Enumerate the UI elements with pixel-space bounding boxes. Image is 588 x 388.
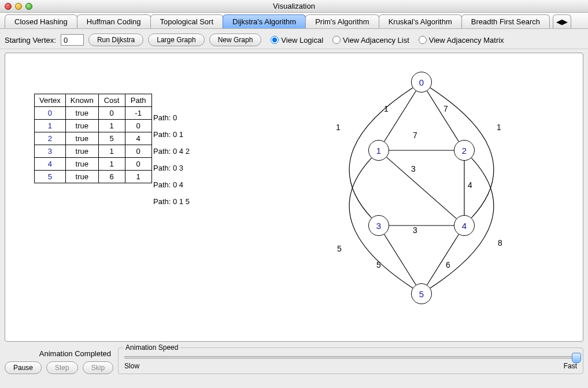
edge-weight: 1 [336,123,341,132]
graph-node-0: 0 [411,72,432,93]
tab-overflow-button[interactable]: ◀▶ [553,14,571,28]
svg-line-6 [384,234,416,285]
cell-known: true [65,158,98,171]
speed-slider[interactable] [124,356,577,359]
col-path: Path [125,94,151,107]
results-table-container: Vertex Known Cost Path 0true0-11true102t… [34,94,152,183]
cell-cost: 5 [98,132,125,145]
view-adjacency-list-input[interactable] [332,36,341,44]
tab-breadth-first-search[interactable]: Breadth First Search [461,14,550,28]
cell-known: true [65,132,98,145]
svg-line-0 [384,91,416,142]
path-text: Path: 0 4 2 [153,143,190,160]
cell-known: true [65,145,98,158]
path-text: Path: 0 1 5 [153,193,190,210]
edge-weight: 5 [337,244,342,253]
svg-line-3 [387,157,457,219]
graph-edges [283,59,583,337]
tab-closed-hashing[interactable]: Closed Hashing [5,14,77,28]
graph-node-4: 4 [454,215,475,236]
edge-weight: 7 [443,104,448,113]
cell-cost: 1 [98,158,125,171]
animation-speed-group: Animation Speed Slow Fast [118,348,583,374]
cell-cost: 0 [98,107,125,120]
table-row: 3true10 [35,145,152,158]
step-button[interactable]: Step [46,361,78,374]
cell-vertex: 1 [35,120,66,132]
cell-path: 0 [125,158,151,171]
view-adjacency-matrix-label: View Adjacency Matrix [429,36,504,45]
path-text: Path: 0 4 [153,176,190,193]
close-icon[interactable] [5,3,12,10]
pause-button[interactable]: Pause [5,361,42,374]
cell-known: true [65,107,98,120]
starting-vertex-label: Starting Vertex: [5,36,56,45]
starting-vertex-input[interactable] [61,34,84,46]
graph-node-1: 1 [368,140,389,161]
graph-diagram: 177343561158012345 [283,59,583,337]
view-logical-radio[interactable]: View Logical [271,36,323,45]
table-row: 4true10 [35,158,152,171]
edge-weight: 5 [376,260,381,269]
cell-path: 1 [125,171,151,183]
edge-weight: 3 [411,164,416,173]
edge-weight: 7 [413,131,417,140]
animation-speed-title: Animation Speed [123,343,180,352]
view-adjacency-list-label: View Adjacency List [343,36,409,45]
cell-cost: 6 [98,171,125,183]
window-title: Visualization [0,2,588,10]
cell-path: 0 [125,120,151,132]
large-graph-button[interactable]: Large Graph [148,34,204,46]
footer-bar: Animation Completed Pause Step Skip Anim… [0,345,588,380]
tab-dijkstra-s-algorithm[interactable]: Dijkstra's Algorithm [223,14,306,28]
cell-path: 4 [125,132,151,145]
cell-vertex: 4 [35,158,66,171]
table-row: 2true54 [35,132,152,145]
tab-bar: Closed HashingHuffman CodingTopological … [0,13,588,29]
new-graph-button[interactable]: New Graph [209,34,262,46]
cell-vertex: 0 [35,107,66,120]
view-adjacency-matrix-radio[interactable]: View Adjacency Matrix [419,36,504,45]
cell-path: 0 [125,145,151,158]
view-adjacency-matrix-input[interactable] [419,36,427,44]
edge-weight: 8 [498,238,502,247]
skip-button[interactable]: Skip [83,361,113,374]
cell-cost: 1 [98,145,125,158]
edge-weight: 1 [497,123,501,132]
tab-topological-sort[interactable]: Topological Sort [150,14,224,28]
cell-vertex: 2 [35,132,66,145]
window-titlebar: Visualization [0,0,588,13]
col-vertex: Vertex [35,94,66,107]
run-dijkstra-button[interactable]: Run Dijkstra [88,34,143,46]
table-row: 5true61 [35,171,152,183]
cell-cost: 1 [98,120,125,132]
cell-known: true [65,120,98,132]
tab-prim-s-algorithm[interactable]: Prim's Algorithm [305,14,379,28]
svg-line-7 [427,234,459,285]
minimize-icon[interactable] [15,3,22,10]
svg-line-1 [427,91,459,142]
cell-path: -1 [125,107,151,120]
col-known: Known [65,94,98,107]
speed-fast-label: Fast [564,362,577,370]
path-text: Path: 0 1 [153,126,190,143]
speed-slow-label: Slow [124,362,139,370]
graph-node-2: 2 [454,140,475,161]
tab-huffman-coding[interactable]: Huffman Coding [77,14,151,28]
edge-weight: 3 [413,226,417,235]
speed-slider-thumb[interactable] [572,353,581,363]
results-table: Vertex Known Cost Path 0true0-11true102t… [34,94,152,183]
tab-overflow-icon: ◀▶ [556,17,568,26]
controls-toolbar: Starting Vertex: Run Dijkstra Large Grap… [0,29,588,49]
tab-kruskal-s-algorithm[interactable]: Kruskal's Algorithm [379,14,462,28]
window-controls [5,3,32,10]
view-logical-input[interactable] [271,36,279,44]
view-adjacency-list-radio[interactable]: View Adjacency List [332,36,409,45]
edge-weight: 4 [468,180,472,190]
zoom-icon[interactable] [25,3,32,10]
path-text-column: Path: 0Path: 0 1Path: 0 4 2Path: 0 3Path… [153,109,190,210]
animation-status: Animation Completed [5,349,113,358]
visualization-canvas: Vertex Known Cost Path 0true0-11true102t… [5,53,583,342]
table-row: 0true0-1 [35,107,152,120]
edge-weight: 6 [446,260,450,269]
